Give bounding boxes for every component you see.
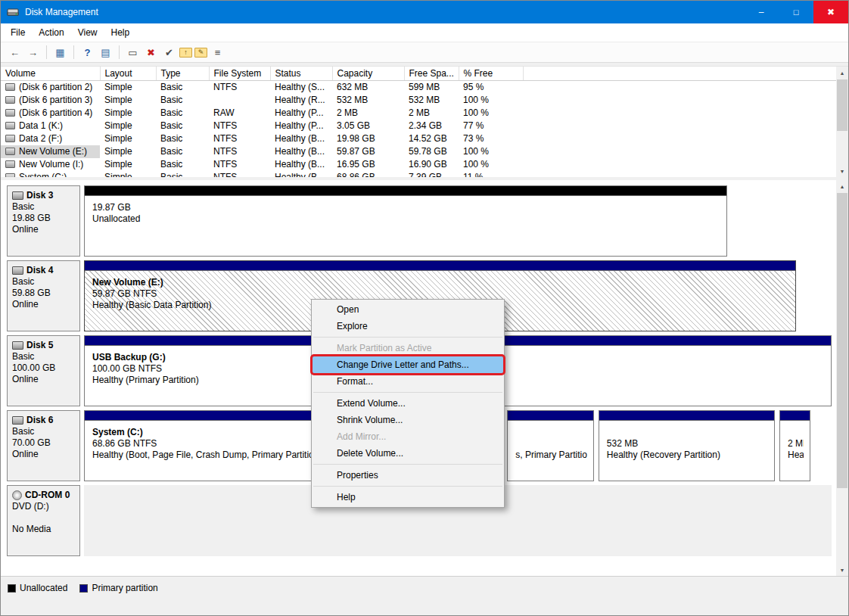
menu-file[interactable]: File bbox=[4, 24, 32, 41]
scroll-up-icon[interactable]: ▲ bbox=[836, 67, 848, 79]
menu-action[interactable]: Action bbox=[32, 24, 70, 41]
scroll-thumb[interactable] bbox=[837, 193, 847, 488]
disk-label-disk3[interactable]: Disk 3 Basic 19.88 GB Online bbox=[7, 185, 80, 257]
menu-item-delete-volume[interactable]: Delete Volume... bbox=[312, 445, 504, 462]
cell: Basic bbox=[156, 120, 209, 132]
menu-item-label: Extend Volume... bbox=[337, 398, 406, 409]
disk-status: No Media bbox=[12, 524, 75, 535]
partition-system-reserved[interactable]: s, Primary Partition) bbox=[507, 410, 594, 481]
disk-name: CD-ROM 0 bbox=[25, 490, 70, 501]
table-row[interactable]: New Volume (I:) Simple Basic NTFS Health… bbox=[1, 158, 838, 171]
disk-status: Online bbox=[12, 374, 75, 385]
col-volume[interactable]: Volume bbox=[1, 67, 100, 81]
menu-item-format[interactable]: Format... bbox=[312, 373, 504, 390]
col-status[interactable]: Status bbox=[270, 67, 332, 81]
volume-list-scrollbar[interactable]: ▲ ▼ bbox=[836, 67, 848, 177]
table-row[interactable]: Data 1 (K:) Simple Basic NTFS Healthy (P… bbox=[1, 120, 838, 132]
cell: 100 % bbox=[459, 94, 523, 107]
back-icon[interactable]: ← bbox=[7, 45, 23, 60]
cell: 59.78 GB bbox=[404, 145, 459, 158]
partition-size: 2 MB bbox=[788, 438, 804, 450]
menu-item-help[interactable]: Help bbox=[312, 489, 504, 506]
menu-help[interactable]: Help bbox=[104, 24, 137, 41]
menu-item-explore[interactable]: Explore bbox=[312, 318, 504, 334]
table-row[interactable]: System (C:) Simple Basic NTFS Healthy (B… bbox=[1, 171, 838, 178]
partition-recovery[interactable]: 532 MB Healthy (Recovery Partition) bbox=[599, 410, 775, 481]
cell: Healthy (P... bbox=[270, 107, 332, 120]
unallocated-color-swatch bbox=[8, 584, 16, 593]
disk-status: Online bbox=[12, 224, 75, 235]
cell: NTFS bbox=[209, 171, 270, 178]
col-free-space[interactable]: Free Spa... bbox=[404, 67, 459, 81]
toolbar-separator bbox=[119, 45, 120, 59]
menu-item-shrink-volume[interactable]: Shrink Volume... bbox=[312, 412, 504, 428]
cell: 632 MB bbox=[332, 81, 404, 94]
folder-up-icon[interactable]: ↑ bbox=[179, 48, 192, 58]
disk-status: Online bbox=[12, 449, 75, 460]
mark-active-icon[interactable]: ✔ bbox=[161, 45, 177, 60]
cell: 2 MB bbox=[332, 107, 404, 120]
volume-icon bbox=[5, 109, 15, 117]
cell-volume: New Volume (E:) bbox=[1, 145, 100, 158]
toolbar-separator bbox=[46, 45, 47, 59]
disk-label-disk5[interactable]: Disk 5 Basic 100.00 GB Online bbox=[7, 335, 80, 406]
cell-text: Data 2 (F:) bbox=[19, 133, 62, 144]
details-view-icon[interactable]: ≡ bbox=[210, 45, 225, 60]
partition-small[interactable]: 2 MB Healt bbox=[779, 410, 810, 481]
menu-item-properties[interactable]: Properties bbox=[312, 467, 504, 484]
table-row[interactable]: Data 2 (F:) Simple Basic NTFS Healthy (B… bbox=[1, 132, 838, 145]
menu-item-label: Help bbox=[337, 492, 356, 502]
forward-icon[interactable]: → bbox=[25, 45, 41, 60]
col-type[interactable]: Type bbox=[156, 67, 209, 81]
cell: 532 MB bbox=[404, 94, 459, 107]
cell: 2 MB bbox=[404, 107, 459, 120]
action-popup-icon[interactable]: ▭ bbox=[125, 45, 141, 60]
console-tree-icon[interactable]: ▦ bbox=[52, 45, 68, 60]
col-file-system[interactable]: File System bbox=[209, 67, 270, 81]
menu-item-label: Format... bbox=[337, 376, 373, 387]
legend-bar: Unallocated Primary partition bbox=[1, 576, 848, 616]
disk-status: Online bbox=[12, 299, 75, 310]
cell: 73 % bbox=[459, 132, 523, 145]
primary-partition-color-swatch bbox=[79, 584, 88, 593]
cell: 100 % bbox=[459, 145, 523, 158]
cell: 16.90 GB bbox=[404, 158, 459, 171]
partition-size: 19.87 GB bbox=[92, 202, 720, 213]
folder-edit-icon[interactable]: ✎ bbox=[194, 48, 207, 58]
disk-label-disk4[interactable]: Disk 4 Basic 59.88 GB Online bbox=[7, 260, 80, 331]
graphical-view-scrollbar[interactable]: ▲ ▼ bbox=[836, 180, 848, 576]
scroll-up-icon[interactable]: ▲ bbox=[836, 180, 848, 192]
scroll-thumb[interactable] bbox=[837, 79, 847, 131]
scroll-down-icon[interactable]: ▼ bbox=[836, 564, 848, 576]
maximize-button[interactable]: □ bbox=[779, 1, 813, 23]
menu-item-open[interactable]: Open bbox=[312, 301, 504, 318]
cell-volume: (Disk 6 partition 3) bbox=[1, 94, 100, 107]
cell-volume: System (C:) bbox=[1, 171, 100, 178]
scroll-down-icon[interactable]: ▼ bbox=[836, 165, 848, 177]
disk-label-disk6[interactable]: Disk 6 Basic 70.00 GB Online bbox=[7, 410, 80, 481]
col-capacity[interactable]: Capacity bbox=[332, 67, 404, 81]
cell-volume: Data 1 (K:) bbox=[1, 120, 100, 132]
partition-name: New Volume (E:) bbox=[92, 277, 789, 288]
menu-view[interactable]: View bbox=[71, 24, 104, 41]
col-pct-free[interactable]: % Free bbox=[459, 67, 523, 81]
properties-icon[interactable]: ▤ bbox=[98, 45, 114, 60]
partition-unallocated[interactable]: 19.87 GB Unallocated bbox=[84, 185, 727, 257]
table-row-selected[interactable]: New Volume (E:) Simple Basic NTFS Health… bbox=[1, 145, 838, 158]
help-icon[interactable]: ? bbox=[79, 45, 95, 60]
table-row[interactable]: (Disk 6 partition 2) Simple Basic NTFS H… bbox=[1, 81, 838, 94]
volume-icon bbox=[5, 83, 15, 91]
volume-icon bbox=[5, 135, 15, 142]
legend-primary-partition: Primary partition bbox=[79, 583, 157, 593]
cell: Healthy (B... bbox=[270, 158, 332, 171]
menu-item-extend-volume[interactable]: Extend Volume... bbox=[312, 395, 504, 412]
menu-separator bbox=[313, 337, 502, 338]
menu-item-change-drive-letter-paths[interactable]: Change Drive Letter and Paths... bbox=[312, 356, 504, 373]
table-row[interactable]: (Disk 6 partition 3) Simple Basic Health… bbox=[1, 94, 838, 107]
col-layout[interactable]: Layout bbox=[100, 67, 156, 81]
table-row[interactable]: (Disk 6 partition 4) Simple Basic RAW He… bbox=[1, 107, 838, 120]
minimize-button[interactable]: – bbox=[744, 1, 779, 23]
close-button[interactable]: ✖ bbox=[813, 1, 848, 23]
disk-label-cdrom0[interactable]: CD-ROM 0 DVD (D:) No Media bbox=[7, 485, 80, 556]
delete-icon[interactable]: ✖ bbox=[143, 45, 159, 60]
